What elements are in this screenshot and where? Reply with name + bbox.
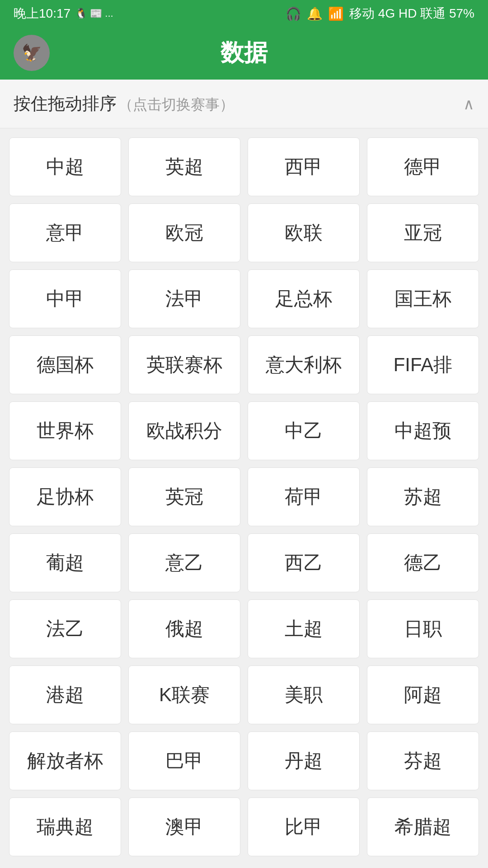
league-item-10[interactable]: 法甲 (128, 269, 240, 328)
league-item-2[interactable]: 英超 (128, 137, 240, 196)
sort-bar-label: 按住拖动排序 （点击切换赛事） (14, 92, 234, 115)
league-item-26[interactable]: 意乙 (128, 533, 240, 592)
league-item-15[interactable]: 意大利杯 (248, 335, 360, 394)
league-item-30[interactable]: 俄超 (128, 599, 240, 658)
league-item-25[interactable]: 葡超 (9, 533, 121, 592)
status-right-icons: 🎧 🔔 📶 移动 4G HD 联通 57% (286, 5, 474, 22)
league-item-6[interactable]: 欧冠 (128, 203, 240, 262)
avatar-icon: 🦅 (22, 43, 42, 62)
league-item-34[interactable]: K联赛 (128, 665, 240, 724)
league-item-20[interactable]: 中超预 (367, 401, 479, 460)
league-item-23[interactable]: 荷甲 (248, 467, 360, 526)
alarm-icon: 🔔 (307, 6, 323, 21)
league-item-7[interactable]: 欧联 (248, 203, 360, 262)
league-item-24[interactable]: 苏超 (367, 467, 479, 526)
league-item-41[interactable]: 瑞典超 (9, 797, 121, 856)
watermark-area: Ai (0, 865, 488, 868)
status-time: 晚上10:17 🐧 📰 ... (14, 5, 113, 22)
header: 🦅 数据 (0, 27, 488, 80)
league-item-32[interactable]: 日职 (367, 599, 479, 658)
status-bar: 晚上10:17 🐧 📰 ... 🎧 🔔 📶 移动 4G HD 联通 57% (0, 0, 488, 27)
league-item-9[interactable]: 中甲 (9, 269, 121, 328)
league-item-42[interactable]: 澳甲 (128, 797, 240, 856)
league-item-39[interactable]: 丹超 (248, 731, 360, 790)
league-item-3[interactable]: 西甲 (248, 137, 360, 196)
league-item-44[interactable]: 希腊超 (367, 797, 479, 856)
league-item-43[interactable]: 比甲 (248, 797, 360, 856)
league-item-31[interactable]: 土超 (248, 599, 360, 658)
league-item-36[interactable]: 阿超 (367, 665, 479, 724)
league-item-27[interactable]: 西乙 (248, 533, 360, 592)
league-item-14[interactable]: 英联赛杯 (128, 335, 240, 394)
wifi-icon: 📶 (328, 6, 344, 21)
headphone-icon: 🎧 (286, 6, 301, 21)
league-grid: 中超英超西甲德甲意甲欧冠欧联亚冠中甲法甲足总杯国王杯德国杯英联赛杯意大利杯FIF… (0, 128, 488, 865)
league-item-22[interactable]: 英冠 (128, 467, 240, 526)
league-item-21[interactable]: 足协杯 (9, 467, 121, 526)
sort-sub-text: （点击切换赛事） (118, 94, 234, 113)
league-item-16[interactable]: FIFA排 (367, 335, 479, 394)
league-item-40[interactable]: 芬超 (367, 731, 479, 790)
league-item-19[interactable]: 中乙 (248, 401, 360, 460)
sort-bar[interactable]: 按住拖动排序 （点击切换赛事） ∧ (0, 80, 488, 128)
league-item-17[interactable]: 世界杯 (9, 401, 121, 460)
league-item-37[interactable]: 解放者杯 (9, 731, 121, 790)
league-item-18[interactable]: 欧战积分 (128, 401, 240, 460)
collapse-button[interactable]: ∧ (463, 95, 474, 113)
league-item-1[interactable]: 中超 (9, 137, 121, 196)
league-item-8[interactable]: 亚冠 (367, 203, 479, 262)
league-item-33[interactable]: 港超 (9, 665, 121, 724)
league-item-29[interactable]: 法乙 (9, 599, 121, 658)
avatar[interactable]: 🦅 (14, 35, 50, 71)
notification-icons: 🐧 📰 ... (75, 8, 113, 19)
league-item-12[interactable]: 国王杯 (367, 269, 479, 328)
page-title: 数据 (221, 37, 267, 69)
league-item-13[interactable]: 德国杯 (9, 335, 121, 394)
signal-text: 移动 4G HD 联通 57% (349, 5, 474, 22)
league-item-4[interactable]: 德甲 (367, 137, 479, 196)
league-item-38[interactable]: 巴甲 (128, 731, 240, 790)
league-item-35[interactable]: 美职 (248, 665, 360, 724)
league-item-5[interactable]: 意甲 (9, 203, 121, 262)
sort-main-text: 按住拖动排序 (14, 94, 117, 113)
league-item-11[interactable]: 足总杯 (248, 269, 360, 328)
league-item-28[interactable]: 德乙 (367, 533, 479, 592)
